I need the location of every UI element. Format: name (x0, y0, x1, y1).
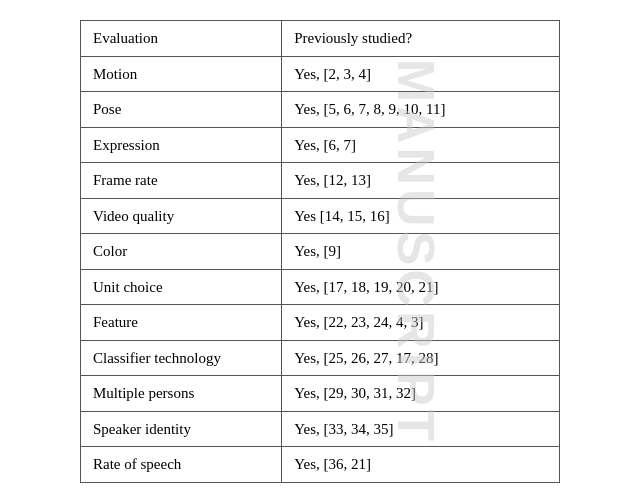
cell-evaluation: Frame rate (81, 163, 282, 199)
cell-evaluation: Speaker identity (81, 411, 282, 447)
cell-evaluation: Unit choice (81, 269, 282, 305)
table-row: FeatureYes, [22, 23, 24, 4, 3] (81, 305, 560, 341)
table-row: Unit choiceYes, [17, 18, 19, 20, 21] (81, 269, 560, 305)
cell-previously: Yes, [29, 30, 31, 32] (282, 376, 560, 412)
table-row: Classifier technologyYes, [25, 26, 27, 1… (81, 340, 560, 376)
cell-previously: Yes, [5, 6, 7, 8, 9, 10, 11] (282, 92, 560, 128)
cell-previously: Yes, [12, 13] (282, 163, 560, 199)
cell-previously: Yes, [36, 21] (282, 447, 560, 483)
table-row: Frame rateYes, [12, 13] (81, 163, 560, 199)
header-previously: Previously studied? (282, 21, 560, 57)
table-row: MotionYes, [2, 3, 4] (81, 56, 560, 92)
table-row: PoseYes, [5, 6, 7, 8, 9, 10, 11] (81, 92, 560, 128)
cell-previously: Yes, [33, 34, 35] (282, 411, 560, 447)
cell-evaluation: Expression (81, 127, 282, 163)
cell-previously: Yes, [6, 7] (282, 127, 560, 163)
cell-evaluation: Classifier technology (81, 340, 282, 376)
cell-evaluation: Pose (81, 92, 282, 128)
evaluation-table: Evaluation Previously studied? MotionYes… (80, 20, 560, 483)
table-row: Rate of speechYes, [36, 21] (81, 447, 560, 483)
cell-previously: Yes, [17, 18, 19, 20, 21] (282, 269, 560, 305)
table-row: ColorYes, [9] (81, 234, 560, 270)
cell-evaluation: Motion (81, 56, 282, 92)
cell-previously: Yes [14, 15, 16] (282, 198, 560, 234)
table-row: ExpressionYes, [6, 7] (81, 127, 560, 163)
cell-previously: Yes, [25, 26, 27, 17, 28] (282, 340, 560, 376)
header-evaluation: Evaluation (81, 21, 282, 57)
table-row: Video qualityYes [14, 15, 16] (81, 198, 560, 234)
cell-previously: Yes, [22, 23, 24, 4, 3] (282, 305, 560, 341)
cell-evaluation: Rate of speech (81, 447, 282, 483)
cell-evaluation: Video quality (81, 198, 282, 234)
page-wrapper: MANUSCRIPT Evaluation Previously studied… (0, 0, 640, 503)
table-row: Speaker identityYes, [33, 34, 35] (81, 411, 560, 447)
cell-evaluation: Color (81, 234, 282, 270)
table-header-row: Evaluation Previously studied? (81, 21, 560, 57)
cell-evaluation: Multiple persons (81, 376, 282, 412)
cell-previously: Yes, [9] (282, 234, 560, 270)
cell-previously: Yes, [2, 3, 4] (282, 56, 560, 92)
cell-evaluation: Feature (81, 305, 282, 341)
table-row: Multiple personsYes, [29, 30, 31, 32] (81, 376, 560, 412)
